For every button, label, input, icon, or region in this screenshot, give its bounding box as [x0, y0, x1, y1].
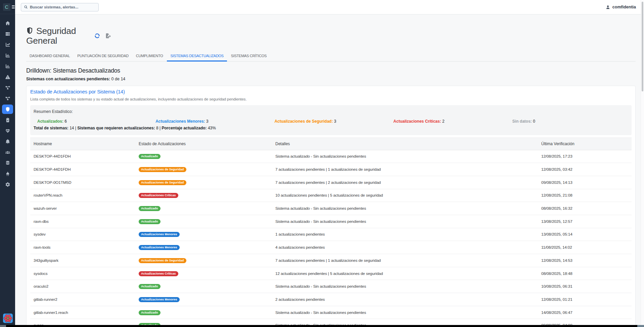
table-row: DESKTOP-44D1FDHActualizaciones de Seguri…: [30, 163, 632, 176]
summary-stat-value: 2: [442, 119, 445, 124]
project-diagram-icon: [5, 85, 10, 90]
tab-puntuaci-n-de-seguridad[interactable]: PUNTUACIÓN DE SEGURIDAD: [74, 51, 132, 62]
details-cell: 7 actualizaciones pendientes | 1 actuali…: [272, 254, 538, 267]
summary-total-value: 8 |: [155, 126, 162, 130]
summary-stat-label: Actualizaciones Críticas:: [394, 119, 441, 124]
column-header: Detalles: [272, 138, 538, 150]
bell-icon: [5, 139, 10, 144]
export-button[interactable]: [105, 33, 111, 39]
summary-stat: Actualizaciones Menores: 3: [152, 119, 271, 124]
status-cell: Actualizaciones Menores: [135, 241, 272, 254]
summary-stat-value: 3: [206, 119, 209, 124]
details-cell: 2 actualizaciones pendientes: [272, 293, 538, 306]
column-header: Hostname: [30, 138, 135, 150]
hostname-cell: gitlab-runner2: [30, 293, 135, 306]
topbar: comfidentia: [15, 0, 644, 14]
sidebar-item-notifications[interactable]: [2, 137, 13, 146]
chart-column-icon: [5, 53, 10, 58]
page-scrollbar[interactable]: [641, 0, 644, 325]
summary-total-label: Porcentaje actualizado:: [162, 126, 207, 130]
tab-cumplimiento[interactable]: CUMPLIMIENTO: [133, 51, 167, 62]
shield-title-icon: [26, 27, 33, 35]
status-badge: Actualizaciones de Seguridad: [139, 180, 186, 185]
summary-stat-label: Actualizaciones de Seguridad:: [274, 119, 333, 124]
last-check-cell: 12/08/2025, 14:53: [538, 254, 632, 267]
status-badge: Actualizado: [139, 206, 160, 211]
summary-stat-value: 6: [64, 119, 67, 124]
hostname-cell: DESKTOP-44D1FDH: [30, 150, 135, 163]
sidebar-item-home[interactable]: [2, 18, 13, 28]
user-icon: [605, 5, 610, 10]
card-subtitle: Lista completa de todos los sistemas y s…: [30, 97, 632, 101]
page-title-row: Seguridad General: [26, 26, 636, 45]
last-check-cell: 12/08/2025, 17:23: [538, 150, 632, 163]
status-cell: Actualizado: [135, 306, 272, 319]
plug-icon: [5, 171, 10, 176]
summary-heading: Resumen Estadístico:: [34, 109, 628, 114]
status-badge: Actualizado: [139, 310, 160, 315]
hostname-cell: DESKTOP-0O1TM5D: [30, 176, 135, 189]
status-cell: Actualizaciones de Seguridad: [135, 254, 272, 267]
status-badge: Actualizaciones de Seguridad: [139, 167, 186, 172]
sidebar-item-security[interactable]: [2, 105, 13, 114]
sidebar-item-data[interactable]: [2, 158, 13, 168]
warning-triangle-icon: [5, 74, 10, 80]
heart-pulse-icon: [5, 128, 10, 133]
tab-sistemas-desactualizados[interactable]: SISTEMAS DESACTUALIZADOS: [167, 51, 227, 62]
last-check-cell: 12/08/2025, 01:21: [538, 293, 632, 306]
column-header: Estado de Actualizaciones: [135, 138, 272, 150]
details-cell: 1 actualizaciones pendientes: [272, 228, 538, 241]
sidebar-item-inventory[interactable]: [2, 29, 13, 39]
status-badge: Actualizaciones Críticas: [139, 193, 178, 198]
home-icon: [5, 21, 10, 26]
title-actions: [94, 33, 111, 39]
summary-stat-value: 0: [533, 119, 535, 124]
refresh-button[interactable]: [94, 33, 100, 39]
sidebar-item-alerts[interactable]: [2, 72, 13, 82]
tab-dashboard-general[interactable]: DASHBOARD GENERAL: [26, 51, 73, 62]
table-row: oraculo2ActualizadoSistema actualizado -…: [30, 280, 632, 293]
bottom-bar-left-cap: [0, 325, 6, 327]
status-badge: Actualizaciones de Seguridad: [139, 258, 186, 263]
details-cell: 12 actualizaciones pendientes | 5 actual…: [272, 267, 538, 280]
sidebar-item-settings[interactable]: [2, 180, 13, 189]
sidebar-item-health[interactable]: [2, 126, 13, 135]
app-logo[interactable]: C: [3, 3, 10, 11]
summary-stats: Actualizados: 6Actualizaciones Menores: …: [34, 119, 628, 124]
tab-sistemas-cr-ticos[interactable]: SISTEMAS CRÍTICOS: [228, 51, 270, 62]
last-check-cell: 10/08/2025, 06:31: [538, 280, 632, 293]
summary-stat: Actualizaciones de Seguridad: 3: [271, 119, 390, 124]
last-check-cell: 14/08/2025, 06:47: [538, 306, 632, 319]
sidebar-item-reports-2[interactable]: [2, 62, 13, 71]
sidebar: C: [0, 0, 15, 327]
table-row: ravn-dbsActualizadoSistema actualizado -…: [30, 215, 632, 228]
sidebar-header: C: [0, 0, 15, 14]
search-input[interactable]: [30, 5, 96, 9]
status-cell: Actualizado: [135, 280, 272, 293]
sidebar-item-trends[interactable]: [2, 40, 13, 49]
menu-toggle-icon[interactable]: [12, 5, 15, 8]
status-cell: Actualizaciones de Seguridad: [135, 163, 272, 176]
user-menu[interactable]: comfidentia: [605, 5, 636, 10]
tab-bar: DASHBOARD GENERALPUNTUACIÓN DE SEGURIDAD…: [26, 51, 636, 62]
gear-icon: [5, 182, 10, 187]
sidebar-item-reports-1[interactable]: [2, 51, 13, 60]
sidebar-item-users[interactable]: [2, 148, 13, 157]
global-search[interactable]: [21, 3, 99, 11]
details-cell: Sistema actualizado - Sin actualizacione…: [272, 202, 538, 215]
summary-stat-label: Sin datos:: [512, 119, 532, 124]
sidebar-item-integrations[interactable]: [2, 169, 13, 178]
shield-icon: [5, 107, 10, 112]
table-row: sysdevActualizaciones Menores1 actualiza…: [30, 228, 632, 241]
status-cell: Actualizado: [135, 150, 272, 163]
sidebar-item-network-2[interactable]: [2, 94, 13, 103]
sidebar-item-network-1[interactable]: [2, 83, 13, 92]
hostname-cell: wazuh-server: [30, 202, 135, 215]
sidebar-item-compliance[interactable]: [2, 115, 13, 125]
database-icon: [5, 160, 10, 166]
status-cell: Actualizaciones Críticas: [135, 189, 272, 202]
scrollbar-thumb[interactable]: [642, 2, 643, 91]
drilldown-title: Drilldown: Sistemas Desactualizados: [26, 67, 636, 74]
hostname-cell: oraculo2: [30, 280, 135, 293]
status-badge: Actualizado: [139, 284, 160, 289]
